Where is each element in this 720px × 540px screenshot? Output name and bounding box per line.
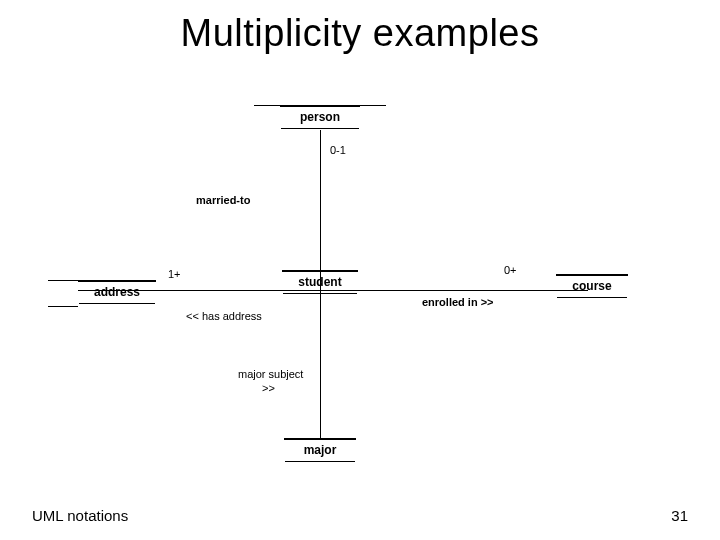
assoc-has-address: << has address: [186, 310, 262, 322]
assoc-married-to: married-to: [196, 194, 250, 206]
multiplicity-person: 0-1: [330, 144, 346, 156]
assoc-major-subject-line1: major subject: [238, 368, 303, 380]
assoc-major-subject-line2: >>: [262, 382, 275, 394]
footer-text: UML notations: [32, 507, 128, 524]
class-person: person: [280, 105, 360, 107]
slide: Multiplicity examples person 0-1 married…: [0, 0, 720, 540]
uml-diagram: person 0-1 married-to student address 1+…: [0, 0, 720, 540]
class-student: student: [282, 270, 358, 272]
multiplicity-course: 0+: [504, 264, 517, 276]
class-major: major: [284, 438, 356, 440]
assoc-enrolled-in: enrolled in >>: [422, 296, 494, 308]
class-address: address: [78, 280, 156, 282]
address-bottom-line: [48, 306, 78, 307]
multiplicity-address: 1+: [168, 268, 181, 280]
page-number: 31: [671, 507, 688, 524]
class-course: course: [556, 274, 628, 276]
address-top-line: [48, 280, 78, 281]
